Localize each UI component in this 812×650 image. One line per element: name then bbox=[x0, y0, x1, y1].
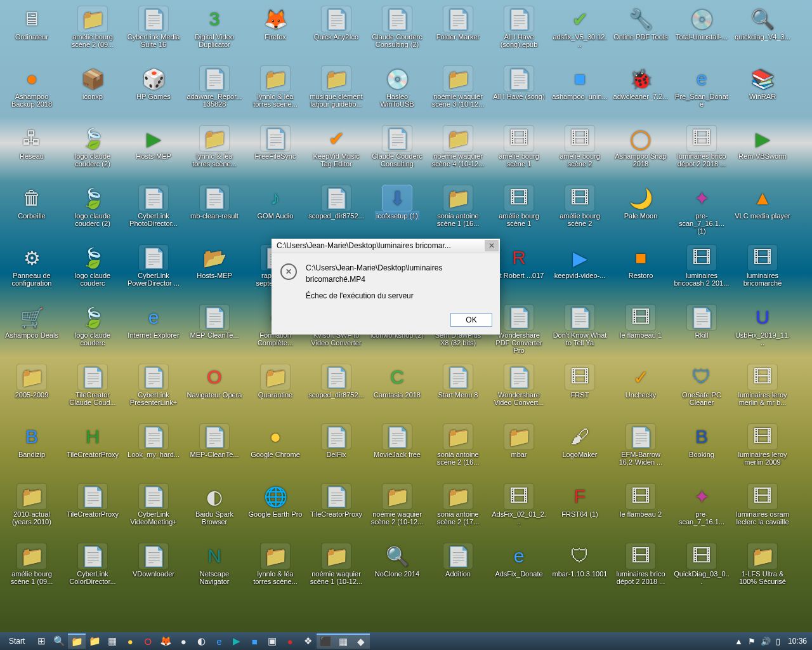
desktop-icon[interactable]: eAdsFix_Donate bbox=[490, 541, 548, 600]
desktop-icon[interactable]: ♪GOM Audio bbox=[246, 183, 304, 242]
desktop-icon[interactable]: 💿Hasleo WinToUSB bbox=[368, 63, 426, 123]
desktop-icon[interactable]: 🖥Ordinateur bbox=[3, 4, 61, 63]
desktop-icon[interactable]: 🍃logo claude couderc (2) bbox=[63, 183, 122, 242]
desktop-icon[interactable]: 🦊Firefox bbox=[246, 4, 304, 63]
desktop-icon[interactable]: 📄Start Menu 8 bbox=[429, 362, 487, 421]
desktop-icon[interactable]: ◯Ashampoo Snap 2018 bbox=[612, 123, 670, 183]
desktop-icon[interactable]: 📄scoped_dir8752... bbox=[307, 362, 365, 421]
desktop-icon[interactable]: 🎞luminaires leroy merlin 2009 bbox=[733, 421, 792, 481]
desktop-icon[interactable]: NNetscape Navigator bbox=[185, 541, 244, 600]
start-button[interactable]: Start bbox=[3, 635, 31, 647]
baidu-icon[interactable]: ◐ bbox=[192, 633, 210, 649]
app6-icon[interactable]: ❖ bbox=[299, 633, 317, 649]
desktop-icon[interactable]: 📂Hosts-MEP bbox=[185, 242, 244, 302]
network-icon[interactable]: ▯ bbox=[776, 637, 780, 646]
desktop-icon[interactable]: 🍃logo claude couderc bbox=[63, 302, 122, 362]
desktop-icon[interactable]: 📄Quick Any2Ico bbox=[307, 4, 365, 63]
desktop-icon[interactable]: HTileCreatorProxy bbox=[63, 421, 122, 481]
app5-icon[interactable]: ● bbox=[281, 633, 299, 649]
desktop-icon[interactable]: 📁2010-actual (years 2010) bbox=[3, 481, 61, 541]
app2-icon[interactable]: ● bbox=[174, 633, 192, 649]
desktop-icon[interactable]: ✔KeepVid Music Tag Editor bbox=[307, 123, 365, 183]
desktop-icon[interactable]: ONavigateur Opera bbox=[185, 362, 244, 421]
desktop-icon[interactable]: 🎞le flambeau 2 bbox=[612, 481, 670, 541]
desktop-icon[interactable]: 📁noémie waquier scène 3 (10-12... bbox=[429, 63, 487, 123]
start-menu-icon[interactable]: ⊞ bbox=[32, 633, 50, 649]
desktop-icon[interactable]: 📁2005-2009 bbox=[3, 362, 61, 421]
desktop-icon[interactable]: ■ashampoo_unin... bbox=[551, 63, 609, 123]
taskbar[interactable]: Start ⊞🔍📁📁▦●O🦊●◐e▶■▣●❖⬛▦◆ ▲⚑🔊▯ 10:36 bbox=[0, 632, 812, 650]
desktop-icon[interactable]: 📁amélie bourg scène 2 (09... bbox=[63, 4, 122, 63]
desktop-icon[interactable]: ⬇icofxsetup (1) bbox=[368, 183, 426, 242]
desktop-icon[interactable]: 📄FreeFileSync bbox=[246, 123, 304, 183]
desktop-icon[interactable]: 🎞luminaires leroy merlin & mr b... bbox=[733, 362, 792, 421]
media-icon[interactable]: ▶ bbox=[228, 633, 246, 649]
desktop-icon[interactable]: ✦pre-scan_7_16.1... bbox=[672, 481, 731, 541]
desktop-icon[interactable]: FFRST64 (1) bbox=[551, 481, 609, 541]
desktop-icon[interactable]: 🎞amélie bourg scène 2 bbox=[551, 123, 609, 183]
desktop-icon[interactable]: 🖌LogoMaker bbox=[551, 421, 609, 481]
desktop-icon[interactable]: 📄TileCreatorProxy bbox=[63, 481, 122, 541]
desktop-icon[interactable]: 🎞luminaires bricomarché bbox=[733, 242, 792, 302]
desktop-icon[interactable]: ●Ashampoo Backup 2018 bbox=[3, 63, 61, 123]
dialog-titlebar[interactable]: C:\Users\Jean-Marie\Desktop\luminaires b… bbox=[272, 239, 500, 253]
action-center-icon[interactable]: ⚑ bbox=[748, 637, 756, 646]
desktop-icon[interactable]: 🎞QuickDiag_03_0... bbox=[672, 541, 731, 600]
desktop-icon[interactable]: 📄EFM-Barrow 16,2-Widen ... bbox=[612, 421, 670, 481]
desktop-icon[interactable]: 📄CyberLink PowerDirector ... bbox=[124, 242, 183, 302]
desktop-icon[interactable]: ✦pre-scan_7_16.1... (1) bbox=[672, 183, 731, 242]
desktop-icon[interactable]: 📁sonia antoine scène 2 (17... bbox=[429, 481, 487, 541]
search-icon[interactable]: 🔍 bbox=[50, 633, 68, 649]
desktop-icon[interactable]: 🎞le flambeau 1 bbox=[612, 302, 670, 362]
desktop-icon[interactable]: 🐞adwcleaner_7.2... bbox=[612, 63, 670, 123]
desktop-icon[interactable]: 🎞amélie bourg scène 2 bbox=[551, 183, 609, 242]
desktop-icon[interactable]: 📄Wondershare Video Convert... bbox=[490, 362, 548, 421]
desktop-icon[interactable]: 📁sonia antoine scène 2 (16... bbox=[429, 421, 487, 481]
desktop-icon[interactable]: 🎞luminaires osram leclerc la cavaille bbox=[733, 481, 792, 541]
desktop-icon[interactable]: 📁noémie waquier scène 4 (10-12... bbox=[429, 123, 487, 183]
tray-overflow-icon[interactable]: ▲ bbox=[735, 637, 743, 646]
desktop-icon[interactable]: 🎞luminaires bricocash 2 201... bbox=[672, 242, 731, 302]
desktop-icon[interactable]: 🎞luminaires brico dépot 2 2018 ... bbox=[612, 541, 670, 600]
desktop-icon[interactable]: 📄TileCreator Claude Coud... bbox=[63, 362, 122, 421]
desktop-icon[interactable]: 📚WinRAR bbox=[733, 63, 792, 123]
clock[interactable]: 10:36 bbox=[785, 637, 809, 646]
app9-icon[interactable]: ◆ bbox=[352, 633, 370, 649]
ie-icon[interactable]: e bbox=[210, 633, 228, 649]
desktop-icon[interactable]: 🔍NoClone 2014 bbox=[368, 541, 426, 600]
desktop-icon[interactable]: ■Restoro bbox=[612, 242, 670, 302]
desktop-icon[interactable]: 📁noémie waquier scène 2 (10-12... bbox=[368, 481, 426, 541]
desktop-icon[interactable]: 📄Rkill bbox=[672, 302, 731, 362]
app3-icon[interactable]: ■ bbox=[246, 633, 263, 649]
desktop-icon[interactable]: 📄CyberLink PhotoDirector... bbox=[124, 183, 183, 242]
desktop-icon[interactable]: 🔧Online PDF Tools bbox=[612, 4, 670, 63]
desktop-icon[interactable]: 🌐Google Earth Pro bbox=[246, 481, 304, 541]
firefox-icon[interactable]: 🦊 bbox=[157, 633, 174, 649]
desktop-icon[interactable]: 🎞amélie bourg scène 1 bbox=[490, 183, 548, 242]
desktop-icon[interactable]: 📁musique clément latjour guidebo... bbox=[307, 63, 365, 123]
desktop-icon[interactable]: 📦iconxp bbox=[63, 63, 122, 123]
desktop-icon[interactable]: 🎞AdsFix_02_01_2... bbox=[490, 481, 548, 541]
desktop-icon[interactable]: 💿Total-Uninstall-... bbox=[672, 4, 731, 63]
desktop-icon[interactable]: 📁1-LFS Ultra & 100% Sécurisé bbox=[733, 541, 792, 600]
desktop-icon[interactable]: 🗑Corbeille bbox=[3, 183, 61, 242]
app8-icon[interactable]: ▦ bbox=[334, 633, 352, 649]
desktop-icon[interactable]: ✓Unchecky bbox=[612, 362, 670, 421]
desktop-icon[interactable]: 📄MEP-CleanTe... bbox=[185, 302, 244, 362]
desktop-icon[interactable]: 🌙Pale Moon bbox=[612, 183, 670, 242]
desktop-icon[interactable]: 📄Look_my_hard... bbox=[124, 421, 183, 481]
desktop-icon[interactable]: ✔adsfix_V5_30.12... bbox=[551, 4, 609, 63]
desktop-icon[interactable]: 🛡mbar-1.10.3.1001 bbox=[551, 541, 609, 600]
desktop-icon[interactable]: ▶keepvid-video-... bbox=[551, 242, 609, 302]
desktop-icon[interactable]: 📁amélie bourg scène 1 (09... bbox=[3, 541, 61, 600]
desktop-icon[interactable]: 📄MovieJack free bbox=[368, 421, 426, 481]
file-explorer-icon[interactable]: 📁 bbox=[68, 633, 86, 649]
desktop-icon[interactable]: 📄Addition bbox=[429, 541, 487, 600]
desktop-icon[interactable]: 📄All I Have (song) bbox=[490, 63, 548, 123]
app4-icon[interactable]: ▣ bbox=[263, 633, 281, 649]
desktop-icon[interactable]: 🛡OneSafe PC Cleaner bbox=[672, 362, 731, 421]
desktop-icon[interactable]: 🛒Ashampoo Deals bbox=[3, 302, 61, 362]
opera-icon[interactable]: O bbox=[139, 633, 157, 649]
desktop-icon[interactable]: eInternet Explorer bbox=[124, 302, 183, 362]
desktop-icon[interactable]: 🍃logo claude couderc (2) bbox=[63, 123, 122, 183]
